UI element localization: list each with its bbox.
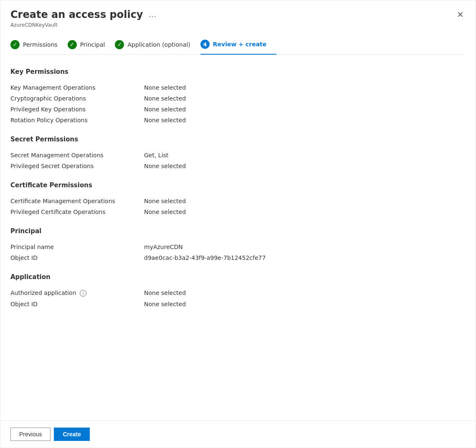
row-value: Get, List: [144, 150, 466, 161]
panel-title: Create an access policy: [10, 9, 143, 20]
step-review-icon: 4: [200, 40, 210, 49]
step-principal-label: Principal: [80, 41, 105, 48]
row-value: None selected: [144, 104, 466, 115]
principal-section: Principal Principal name myAzureCDN Obje…: [10, 227, 466, 263]
step-permissions-label: Permissions: [23, 41, 58, 48]
create-button[interactable]: Create: [54, 428, 90, 441]
row-value: None selected: [144, 115, 466, 126]
create-access-policy-panel: Create an access policy ... ✕ AzureCDNKe…: [0, 0, 476, 448]
step-application-label: Application (optional): [127, 41, 190, 48]
panel-subtitle: AzureCDNKeyVault: [10, 22, 466, 28]
table-row: Privileged Key Operations None selected: [10, 104, 466, 115]
row-label: Authorized application i: [10, 287, 144, 299]
panel-footer: Previous Create: [0, 420, 476, 448]
step-principal[interactable]: ✓ Principal: [68, 35, 115, 54]
row-label: Rotation Policy Operations: [10, 115, 144, 126]
info-icon[interactable]: i: [80, 290, 86, 297]
table-row: Cryptographic Operations None selected: [10, 93, 466, 104]
row-label: Key Management Operations: [10, 82, 144, 93]
principal-table: Principal name myAzureCDN Object ID d9ae…: [10, 242, 466, 263]
row-label: Privileged Key Operations: [10, 104, 144, 115]
row-value: None selected: [144, 206, 466, 217]
row-value: myAzureCDN: [144, 242, 466, 252]
application-section: Application Authorized application i Non…: [10, 273, 466, 310]
row-label: Cryptographic Operations: [10, 93, 144, 104]
key-permissions-section: Key Permissions Key Management Operation…: [10, 68, 466, 126]
row-value: None selected: [144, 161, 466, 171]
ellipsis-button[interactable]: ...: [147, 10, 158, 19]
application-title: Application: [10, 273, 466, 281]
table-row: Object ID None selected: [10, 299, 466, 310]
row-value: None selected: [144, 299, 466, 310]
secret-permissions-title: Secret Permissions: [10, 136, 466, 143]
panel-content: Key Permissions Key Management Operation…: [0, 55, 476, 420]
table-row: Secret Management Operations Get, List: [10, 150, 466, 161]
secret-permissions-section: Secret Permissions Secret Management Ope…: [10, 136, 466, 171]
row-label: Principal name: [10, 242, 144, 252]
row-value: None selected: [144, 196, 466, 206]
key-permissions-table: Key Management Operations None selected …: [10, 82, 466, 126]
principal-title: Principal: [10, 227, 466, 235]
wizard-stepper: ✓ Permissions ✓ Principal ✓ Application …: [10, 35, 466, 55]
row-value: None selected: [144, 93, 466, 104]
certificate-permissions-table: Certificate Management Operations None s…: [10, 196, 466, 217]
row-label: Privileged Certificate Operations: [10, 206, 144, 217]
row-value: None selected: [144, 287, 466, 299]
table-row: Certificate Management Operations None s…: [10, 196, 466, 206]
secret-permissions-table: Secret Management Operations Get, List P…: [10, 150, 466, 171]
close-button[interactable]: ✕: [455, 9, 466, 20]
row-value: d9ae0cac-b3a2-43f9-a99e-7b12452cfe77: [144, 252, 466, 263]
table-row: Privileged Secret Operations None select…: [10, 161, 466, 171]
step-permissions-icon: ✓: [10, 40, 20, 49]
certificate-permissions-section: Certificate Permissions Certificate Mana…: [10, 181, 466, 217]
row-label: Privileged Secret Operations: [10, 161, 144, 171]
step-permissions[interactable]: ✓ Permissions: [10, 35, 68, 54]
previous-button[interactable]: Previous: [10, 428, 51, 441]
step-application[interactable]: ✓ Application (optional): [115, 35, 200, 54]
step-application-icon: ✓: [115, 40, 124, 49]
row-value: None selected: [144, 82, 466, 93]
table-row: Privileged Certificate Operations None s…: [10, 206, 466, 217]
row-label: Secret Management Operations: [10, 150, 144, 161]
application-table: Authorized application i None selected O…: [10, 287, 466, 310]
table-row: Key Management Operations None selected: [10, 82, 466, 93]
step-principal-icon: ✓: [68, 40, 77, 49]
row-label: Object ID: [10, 299, 144, 310]
key-permissions-title: Key Permissions: [10, 68, 466, 76]
row-label: Certificate Management Operations: [10, 196, 144, 206]
panel-header: Create an access policy ... ✕ AzureCDNKe…: [0, 0, 476, 55]
step-review[interactable]: 4 Review + create: [200, 35, 276, 55]
table-row: Principal name myAzureCDN: [10, 242, 466, 252]
step-review-label: Review + create: [213, 41, 266, 48]
table-row: Object ID d9ae0cac-b3a2-43f9-a99e-7b1245…: [10, 252, 466, 263]
certificate-permissions-title: Certificate Permissions: [10, 181, 466, 189]
row-label: Object ID: [10, 252, 144, 263]
table-row: Rotation Policy Operations None selected: [10, 115, 466, 126]
table-row: Authorized application i None selected: [10, 287, 466, 299]
